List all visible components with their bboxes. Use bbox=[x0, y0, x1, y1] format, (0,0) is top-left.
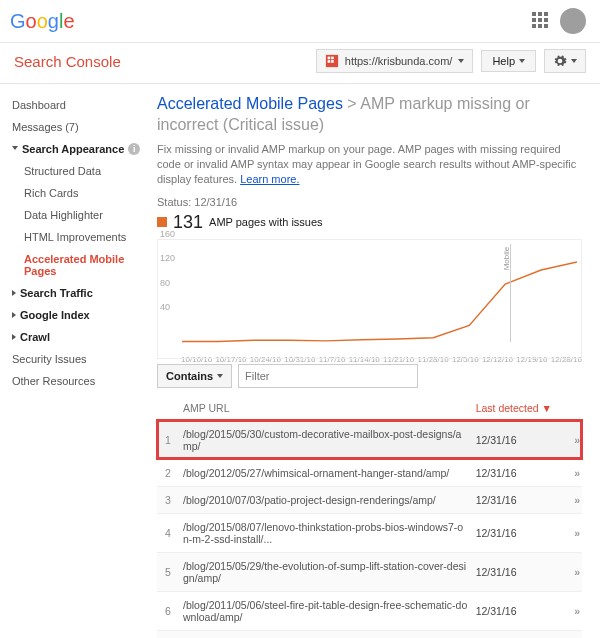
table-row[interactable]: 2/blog/2012/05/27/whimsical-ornament-han… bbox=[157, 459, 582, 486]
google-logo[interactable]: Google bbox=[10, 10, 75, 33]
issues-table: AMP URL Last detected ▼ 1/blog/2015/05/3… bbox=[157, 396, 582, 638]
col-last-detected[interactable]: Last detected ▼ bbox=[472, 396, 556, 421]
row-url: /blog/2015/05/30/custom-decorative-mailb… bbox=[179, 420, 472, 459]
row-index: 2 bbox=[157, 459, 179, 486]
breadcrumb-root[interactable]: Accelerated Mobile Pages bbox=[157, 95, 343, 112]
apps-grid-icon[interactable] bbox=[532, 12, 548, 31]
help-button[interactable]: Help bbox=[481, 50, 536, 72]
table-row[interactable]: 1/blog/2015/05/30/custom-decorative-mail… bbox=[157, 420, 582, 459]
row-index: 5 bbox=[157, 552, 179, 591]
table-row[interactable]: 7/blog/2009/12/06/latest-finished-websit… bbox=[157, 630, 582, 638]
row-url: /blog/2012/05/27/whimsical-ornament-hang… bbox=[179, 459, 472, 486]
trend-chart: Mobile 4080120160 bbox=[157, 239, 582, 359]
row-date: 12/30/16 bbox=[472, 630, 556, 638]
status-date: Status: 12/31/16 bbox=[157, 196, 582, 208]
sidebar-item-dashboard[interactable]: Dashboard bbox=[12, 94, 145, 116]
avatar[interactable] bbox=[560, 8, 586, 34]
chevron-down-icon bbox=[571, 59, 577, 63]
sidebar-item-search-traffic[interactable]: Search Traffic bbox=[12, 282, 145, 304]
row-url: /blog/2010/07/03/patio-project-design-re… bbox=[179, 486, 472, 513]
row-expand-button[interactable]: » bbox=[556, 420, 582, 459]
chevron-right-icon: » bbox=[574, 467, 578, 479]
row-expand-button[interactable]: » bbox=[556, 630, 582, 638]
site-icon bbox=[325, 54, 339, 68]
chevron-right-icon: » bbox=[574, 434, 578, 446]
breadcrumb: Accelerated Mobile Pages > AMP markup mi… bbox=[157, 94, 582, 136]
learn-more-link[interactable]: Learn more. bbox=[240, 173, 299, 185]
sidebar-item-messages[interactable]: Messages (7) bbox=[12, 116, 145, 138]
svg-rect-12 bbox=[327, 60, 330, 63]
row-expand-button[interactable]: » bbox=[556, 552, 582, 591]
svg-rect-6 bbox=[532, 24, 536, 28]
row-date: 12/31/16 bbox=[472, 552, 556, 591]
row-index: 4 bbox=[157, 513, 179, 552]
app-toolbar: Search Console https://krisbunda.com/ He… bbox=[0, 43, 600, 84]
chevron-down-icon bbox=[217, 374, 223, 378]
chart-annotation: Mobile bbox=[503, 246, 512, 270]
info-icon[interactable]: i bbox=[128, 143, 140, 155]
row-index: 3 bbox=[157, 486, 179, 513]
row-url: /blog/2011/05/06/steel-fire-pit-table-de… bbox=[179, 591, 472, 630]
chart-line bbox=[182, 244, 577, 343]
issue-count: 131 AMP pages with issues bbox=[157, 212, 582, 233]
svg-rect-3 bbox=[532, 18, 536, 22]
row-index: 1 bbox=[157, 420, 179, 459]
table-row[interactable]: 4/blog/2015/08/07/lenovo-thinkstation-pr… bbox=[157, 513, 582, 552]
chevron-right-icon: » bbox=[574, 527, 578, 539]
gear-icon bbox=[553, 54, 567, 68]
sidebar-item-security[interactable]: Security Issues bbox=[12, 348, 145, 370]
row-expand-button[interactable]: » bbox=[556, 591, 582, 630]
svg-rect-0 bbox=[532, 12, 536, 16]
sidebar-item-search-appearance[interactable]: Search Appearance i bbox=[12, 138, 145, 160]
site-selector[interactable]: https://krisbunda.com/ bbox=[316, 49, 474, 73]
svg-rect-11 bbox=[331, 57, 334, 60]
sidebar-item-structured-data[interactable]: Structured Data bbox=[12, 160, 145, 182]
table-row[interactable]: 6/blog/2011/05/06/steel-fire-pit-table-d… bbox=[157, 591, 582, 630]
sidebar-item-amp[interactable]: Accelerated Mobile Pages bbox=[12, 248, 145, 282]
sidebar-item-html-improvements[interactable]: HTML Improvements bbox=[12, 226, 145, 248]
caret-right-icon bbox=[12, 334, 16, 340]
global-header: Google bbox=[0, 0, 600, 43]
sidebar-item-google-index[interactable]: Google Index bbox=[12, 304, 145, 326]
row-expand-button[interactable]: » bbox=[556, 486, 582, 513]
sidebar-item-data-highlighter[interactable]: Data Highlighter bbox=[12, 204, 145, 226]
svg-rect-13 bbox=[331, 60, 334, 63]
site-url: https://krisbunda.com/ bbox=[345, 55, 453, 67]
row-index: 7 bbox=[157, 630, 179, 638]
caret-down-icon bbox=[12, 146, 18, 153]
filter-mode-button[interactable]: Contains bbox=[157, 364, 232, 388]
row-date: 12/31/16 bbox=[472, 513, 556, 552]
svg-rect-8 bbox=[544, 24, 548, 28]
col-amp-url[interactable]: AMP URL bbox=[179, 396, 472, 421]
sidebar-item-crawl[interactable]: Crawl bbox=[12, 326, 145, 348]
row-date: 12/31/16 bbox=[472, 486, 556, 513]
svg-rect-5 bbox=[544, 18, 548, 22]
chevron-down-icon bbox=[519, 59, 525, 63]
row-expand-button[interactable]: » bbox=[556, 459, 582, 486]
table-row[interactable]: 3/blog/2010/07/03/patio-project-design-r… bbox=[157, 486, 582, 513]
svg-rect-10 bbox=[327, 57, 330, 60]
chart-ytick: 40 bbox=[160, 302, 170, 312]
app-title[interactable]: Search Console bbox=[14, 53, 121, 70]
row-date: 12/31/16 bbox=[472, 459, 556, 486]
svg-rect-7 bbox=[538, 24, 542, 28]
row-url: /blog/2009/12/06/latest-finished-website… bbox=[179, 630, 472, 638]
sidebar-item-rich-cards[interactable]: Rich Cards bbox=[12, 182, 145, 204]
sidebar-item-other[interactable]: Other Resources bbox=[12, 370, 145, 392]
chevron-down-icon bbox=[458, 59, 464, 63]
row-expand-button[interactable]: » bbox=[556, 513, 582, 552]
svg-rect-4 bbox=[538, 18, 542, 22]
caret-right-icon bbox=[12, 290, 16, 296]
row-url: /blog/2015/05/29/the-evolution-of-sump-l… bbox=[179, 552, 472, 591]
settings-button[interactable] bbox=[544, 49, 586, 73]
content: Accelerated Mobile Pages > AMP markup mi… bbox=[145, 84, 600, 638]
table-row[interactable]: 5/blog/2015/05/29/the-evolution-of-sump-… bbox=[157, 552, 582, 591]
filter-input[interactable] bbox=[238, 364, 418, 388]
row-date: 12/31/16 bbox=[472, 591, 556, 630]
chart-ytick: 160 bbox=[160, 229, 175, 239]
chevron-right-icon: » bbox=[574, 566, 578, 578]
svg-rect-2 bbox=[544, 12, 548, 16]
row-url: /blog/2015/08/07/lenovo-thinkstation-pro… bbox=[179, 513, 472, 552]
svg-rect-1 bbox=[538, 12, 542, 16]
chart-ytick: 120 bbox=[160, 253, 175, 263]
